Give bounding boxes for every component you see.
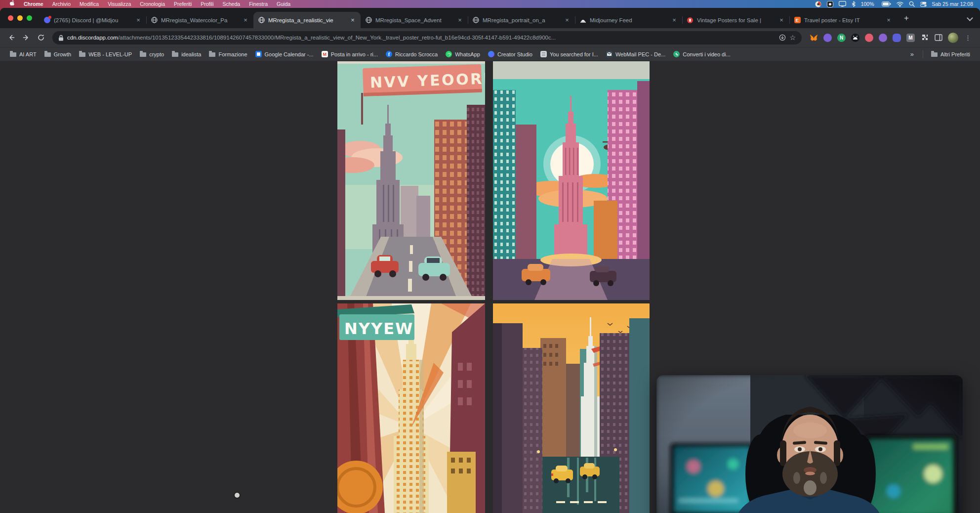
bookmark-label: idealista xyxy=(181,51,201,57)
bookmark-webmail-pec[interactable]: WebMail PEC - De... xyxy=(602,49,669,59)
bookmark-folder-ai-art[interactable]: AI ART xyxy=(6,50,41,59)
reload-button[interactable] xyxy=(35,31,47,44)
globe-favicon xyxy=(151,17,158,24)
poster-title-banner: NVV YEOORE xyxy=(363,64,485,96)
tab-midjourney-feed[interactable]: Midjourney Feed × xyxy=(575,12,682,28)
metamask-extension-icon[interactable] xyxy=(810,34,818,42)
tab-close-icon[interactable]: × xyxy=(885,16,892,24)
bookmark-gmail-inbox[interactable]: MPosta in arrivo - ri... xyxy=(318,49,382,59)
bookmark-video-converter[interactable]: Converti i video di... xyxy=(669,49,735,59)
bookmark-label: Altri Preferiti xyxy=(940,51,970,57)
extension-icon-violet[interactable] xyxy=(879,34,887,42)
bookmark-you-searched[interactable]: You searched for I... xyxy=(536,49,602,59)
zoom-window-button[interactable] xyxy=(27,15,32,21)
screen-capture-app-icon[interactable] xyxy=(815,1,821,7)
extension-icon-purple[interactable] xyxy=(823,34,832,42)
extension-icon-pink[interactable] xyxy=(865,34,873,42)
menubar-item-preferiti[interactable]: Preferiti xyxy=(169,0,196,8)
tab-close-icon[interactable]: × xyxy=(456,16,463,24)
profile-avatar[interactable] xyxy=(948,33,958,43)
back-button[interactable] xyxy=(5,31,18,44)
tab-close-icon[interactable]: × xyxy=(349,16,356,24)
bookmark-facebook-profile[interactable]: fRiccardo Scrocca xyxy=(382,49,442,59)
tab-mrregista-watercolor[interactable]: MRregista_Watercolor_Pa × xyxy=(146,12,253,28)
apple-menu-icon[interactable] xyxy=(5,0,19,8)
menubar-item-visualizza[interactable]: Visualizza xyxy=(103,0,135,8)
bookmarks-bar: AI ART Growth WEB - LEVEL-UP crypto idea… xyxy=(0,47,980,61)
menubar-item-finestra[interactable]: Finestra xyxy=(245,0,272,8)
tab-close-icon[interactable]: × xyxy=(564,16,571,24)
other-favorites-folder[interactable]: Altri Preferiti xyxy=(927,50,974,59)
new-tab-button[interactable]: + xyxy=(899,11,913,25)
bookmark-folder-crypto[interactable]: crypto xyxy=(136,50,168,59)
tab-discord[interactable]: (2765) Discord | @Midjou × xyxy=(39,12,146,28)
poster-top-right xyxy=(493,61,650,300)
bookmark-label: You searched for I... xyxy=(550,51,598,57)
menubar-clock[interactable]: Sab 25 mar 12:08 xyxy=(932,1,975,7)
address-bar[interactable]: cdn.discordapp.com/attachments/101351233… xyxy=(52,31,802,44)
mouse-cursor xyxy=(235,493,240,498)
bookmark-label: AI ART xyxy=(19,51,37,57)
menubar-item-chrome[interactable]: Chrome xyxy=(19,0,48,8)
close-window-button[interactable] xyxy=(8,15,13,21)
bookmark-folder-idealista[interactable]: idealista xyxy=(168,50,205,59)
bookmark-label: Converti i video di... xyxy=(683,51,731,57)
tab-vintage-posters[interactable]: Vintage Posters for Sale | × xyxy=(682,12,789,28)
control-center-icon[interactable] xyxy=(920,1,927,7)
tab-etsy-travel-poster[interactable]: E Travel poster - Etsy IT × xyxy=(789,12,897,28)
webmail-icon xyxy=(606,51,612,57)
extension-icon-indigo[interactable] xyxy=(893,34,901,42)
tabs: (2765) Discord | @Midjou × MRregista_Wat… xyxy=(39,8,913,28)
tab-mrregista-realistic-active[interactable]: MRregista_a_realistic_vie × xyxy=(253,12,361,28)
folder-icon xyxy=(79,52,85,57)
tab-close-icon[interactable]: × xyxy=(671,16,678,24)
extensions-area: N M ⋮ xyxy=(807,33,975,43)
side-panel-icon[interactable] xyxy=(934,34,942,42)
menubar-item-archivio[interactable]: Archivio xyxy=(48,0,75,8)
extension-icon-grid-m[interactable]: M xyxy=(906,34,915,42)
globe-favicon xyxy=(365,17,372,24)
page-action-icon[interactable] xyxy=(779,34,786,41)
bookmark-whatsapp[interactable]: WhatsApp xyxy=(442,49,484,59)
menubar-item-guida[interactable]: Guida xyxy=(272,0,295,8)
chrome-menu-kebab-icon[interactable]: ⋮ xyxy=(964,34,972,42)
forward-button[interactable] xyxy=(20,31,33,44)
discord-favicon xyxy=(43,17,50,24)
record-menu-icon[interactable] xyxy=(827,1,833,7)
bookmark-folder-growth[interactable]: Growth xyxy=(41,50,75,59)
tab-mrregista-space[interactable]: MRregista_Space_Advent × xyxy=(361,12,468,28)
wifi-menu-icon[interactable] xyxy=(897,1,903,7)
menubar-item-profili[interactable]: Profili xyxy=(196,0,218,8)
window-controls xyxy=(4,15,39,21)
extension-icon-black-cat[interactable] xyxy=(851,34,859,42)
tab-close-icon[interactable]: × xyxy=(135,16,142,24)
extension-icon-green-n[interactable]: N xyxy=(837,34,846,42)
spotlight-search-icon[interactable] xyxy=(909,1,915,7)
bookmarks-overflow-chevron[interactable]: » xyxy=(905,50,919,58)
bookmarks-divider xyxy=(923,50,923,58)
extensions-puzzle-icon[interactable] xyxy=(920,34,929,42)
midjourney-image-grid: NVV YEOORE xyxy=(337,61,650,513)
folder-icon xyxy=(44,52,51,57)
bluetooth-menu-icon[interactable] xyxy=(852,1,856,7)
bookmark-star-icon[interactable]: ☆ xyxy=(789,34,796,41)
menubar-item-cronologia[interactable]: Cronologia xyxy=(135,0,169,8)
bookmark-folder-web-level-up[interactable]: WEB - LEVEL-UP xyxy=(75,50,136,59)
menubar-item-modifica[interactable]: Modifica xyxy=(75,0,103,8)
facebook-icon: f xyxy=(386,51,392,57)
globe-favicon xyxy=(472,17,479,24)
url-path: /attachments/1013512335442333816/1089142… xyxy=(118,35,556,41)
tab-close-icon[interactable]: × xyxy=(242,16,249,24)
bookmark-folder-formazione[interactable]: Formazione xyxy=(205,50,251,59)
menubar-item-scheda[interactable]: Scheda xyxy=(218,0,245,8)
bookmark-creator-studio[interactable]: Creator Studio xyxy=(484,49,536,59)
tab-label: MRregista_a_realistic_vie xyxy=(268,17,346,23)
tab-mrregista-portrait[interactable]: MRregista_portrait_on_a × xyxy=(468,12,575,28)
globe-favicon xyxy=(258,17,265,24)
tab-close-icon[interactable]: × xyxy=(778,16,785,24)
minimize-window-button[interactable] xyxy=(17,15,23,21)
bookmark-google-calendar[interactable]: Google Calendar -... xyxy=(251,49,318,59)
tab-search-chevron-icon[interactable] xyxy=(967,15,973,21)
display-menu-icon[interactable] xyxy=(839,1,846,7)
bookmark-label: crypto xyxy=(149,51,164,57)
